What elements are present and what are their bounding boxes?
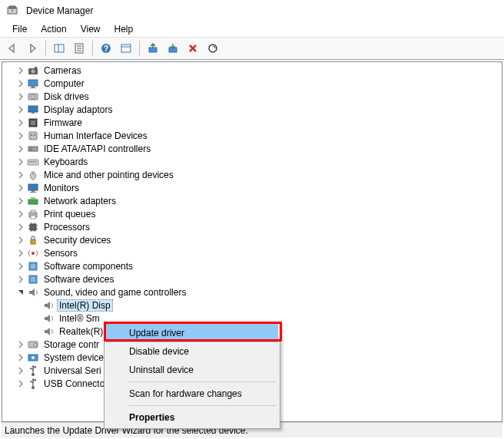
expand-arrow-icon[interactable] <box>15 169 27 181</box>
svg-rect-20 <box>32 86 35 87</box>
ctx-disable-device[interactable]: Disable device <box>106 342 278 361</box>
tree-item[interactable]: Intel(R) Disp <box>4 299 500 312</box>
expand-arrow-icon[interactable] <box>15 208 27 220</box>
svg-rect-26 <box>32 112 35 114</box>
svg-rect-37 <box>32 161 33 163</box>
menu-help[interactable]: Help <box>108 22 140 36</box>
expand-arrow-icon[interactable] <box>15 234 27 246</box>
expand-arrow-icon[interactable] <box>15 104 27 116</box>
back-button[interactable] <box>3 39 22 58</box>
expand-arrow-icon[interactable] <box>30 312 42 325</box>
show-hide-console-button[interactable] <box>50 39 68 58</box>
printer-icon <box>27 208 39 220</box>
svg-point-31 <box>34 134 35 136</box>
tree-item[interactable]: Firmware <box>4 116 500 129</box>
tree-item-label: Sensors <box>42 248 79 259</box>
network-icon <box>27 195 39 207</box>
tree-item[interactable]: Processors <box>4 220 500 233</box>
tree-item[interactable]: Keyboards <box>4 155 500 168</box>
expand-arrow-icon[interactable] <box>15 91 27 103</box>
tree-item[interactable]: Disk drives <box>4 90 500 103</box>
tree-item[interactable]: Human Interface Devices <box>4 129 500 142</box>
tree-item[interactable]: IDE ATA/ATAPI controllers <box>4 142 500 155</box>
expand-arrow-icon[interactable] <box>15 273 27 286</box>
svg-point-73 <box>32 386 35 389</box>
expand-arrow-icon[interactable] <box>15 182 27 194</box>
window-title: Device Manager <box>26 5 93 16</box>
ide-icon <box>27 143 39 155</box>
tree-item-label: Network adapters <box>42 196 118 206</box>
expand-arrow-icon[interactable] <box>15 143 27 155</box>
software-icon <box>27 273 39 286</box>
svg-rect-50 <box>30 224 36 230</box>
tree-item[interactable]: Software components <box>4 259 500 272</box>
svg-point-17 <box>32 69 35 73</box>
expand-arrow-icon[interactable] <box>15 247 27 259</box>
svg-point-75 <box>30 381 32 382</box>
disable-button[interactable] <box>164 39 182 58</box>
expand-arrow-icon[interactable] <box>15 64 27 77</box>
expand-arrow-icon[interactable] <box>30 299 42 312</box>
menubar: File Action View Help <box>0 21 504 37</box>
svg-rect-36 <box>29 161 31 163</box>
tree-item[interactable]: Mice and other pointing devices <box>4 168 500 181</box>
ctx-scan-hardware[interactable]: Scan for hardware changes <box>106 385 278 403</box>
tree-item[interactable]: Monitors <box>4 181 500 194</box>
svg-rect-43 <box>32 190 35 192</box>
svg-rect-21 <box>30 87 36 88</box>
expand-arrow-icon[interactable] <box>15 130 27 142</box>
ctx-update-driver[interactable]: Update driver <box>106 324 278 342</box>
ctx-uninstall-device[interactable]: Uninstall device <box>106 361 278 379</box>
ctx-properties[interactable]: Properties <box>106 408 278 427</box>
expand-arrow-icon[interactable] <box>15 221 27 233</box>
expand-arrow-icon[interactable] <box>15 378 27 390</box>
expand-arrow-icon[interactable] <box>15 352 27 364</box>
toolbar-separator <box>45 41 46 56</box>
expand-arrow-icon[interactable] <box>15 78 27 90</box>
tree-item[interactable]: Security devices <box>4 233 500 246</box>
ctx-separator <box>129 405 277 406</box>
help-button[interactable]: ? <box>97 39 115 58</box>
svg-rect-59 <box>31 239 35 244</box>
svg-point-24 <box>32 96 33 97</box>
tree-item[interactable]: Software devices <box>4 272 500 286</box>
action-button[interactable] <box>117 39 135 58</box>
tree-item[interactable]: Cameras <box>4 64 500 77</box>
svg-rect-45 <box>28 200 38 204</box>
expand-arrow-icon[interactable] <box>15 195 27 207</box>
scan-hardware-button[interactable] <box>204 39 222 58</box>
tree-item-label: Intel(R) Disp <box>58 300 112 311</box>
menu-view[interactable]: View <box>75 22 107 36</box>
usb-icon <box>27 365 39 377</box>
properties-button[interactable] <box>70 39 88 58</box>
titlebar: Device Manager <box>0 0 504 21</box>
menu-file[interactable]: File <box>6 22 33 36</box>
svg-rect-19 <box>28 80 38 86</box>
expand-arrow-icon[interactable] <box>15 286 27 299</box>
svg-point-71 <box>30 368 32 369</box>
disk-icon <box>27 91 39 103</box>
system-icon <box>27 352 39 364</box>
audio-icon <box>27 286 39 299</box>
tree-item[interactable]: Computer <box>4 77 500 90</box>
forward-button[interactable] <box>23 39 41 58</box>
expand-arrow-icon[interactable] <box>15 117 27 129</box>
expand-arrow-icon[interactable] <box>15 338 27 351</box>
expand-arrow-icon[interactable] <box>30 325 42 338</box>
expand-arrow-icon[interactable] <box>15 260 27 272</box>
tree-item[interactable]: Sensors <box>4 246 500 259</box>
update-driver-button[interactable] <box>144 39 162 58</box>
monitor-icon <box>27 182 39 194</box>
tree-item[interactable]: Sound, video and game controllers <box>4 286 500 299</box>
menu-action[interactable]: Action <box>35 22 72 36</box>
uninstall-button[interactable] <box>184 39 202 58</box>
tree-item[interactable]: Network adapters <box>4 194 500 207</box>
security-icon <box>27 234 39 246</box>
tree-item-label: Human Interface Devices <box>42 130 149 141</box>
toolbar-separator <box>139 41 140 56</box>
sensor-icon <box>27 247 39 259</box>
expand-arrow-icon[interactable] <box>15 365 27 377</box>
tree-item[interactable]: Print queues <box>4 207 500 220</box>
tree-item[interactable]: Display adaptors <box>4 103 500 116</box>
expand-arrow-icon[interactable] <box>15 156 27 168</box>
